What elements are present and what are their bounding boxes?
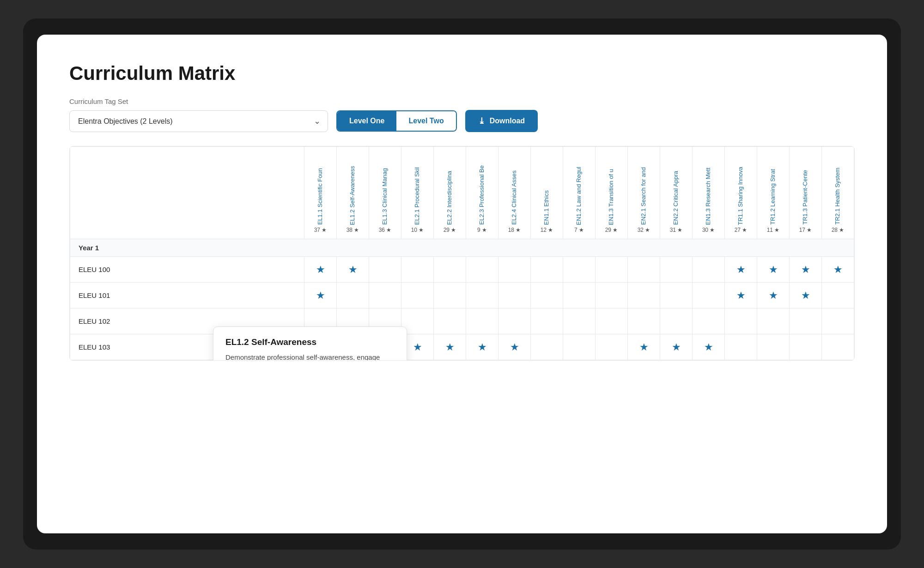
matrix-cell[interactable]: ★	[790, 283, 822, 308]
header-cell-col1[interactable]: EL1.1 Scientific Foun 37 ★	[304, 147, 337, 239]
header-cell-col12[interactable]: EN2.2 Critical Appra 31 ★	[660, 147, 693, 239]
matrix-cell[interactable]	[466, 257, 498, 283]
header-cell-col10[interactable]: EN1.3 Transition of u 29 ★	[596, 147, 628, 239]
star-icon: ★	[704, 341, 713, 353]
matrix-cell[interactable]	[693, 308, 725, 334]
matrix-cell[interactable]	[790, 308, 822, 334]
matrix-cell[interactable]: ★	[304, 283, 337, 308]
header-cell-col5[interactable]: EL2.2 Interdisciplina 29 ★	[434, 147, 466, 239]
star-icon: ★	[833, 264, 843, 275]
matrix-cell[interactable]	[660, 308, 693, 334]
matrix-cell[interactable]: ★	[725, 283, 757, 308]
star-icon: ★	[769, 290, 778, 301]
matrix-cell[interactable]	[596, 283, 628, 308]
level-two-button[interactable]: Level Two	[396, 111, 456, 131]
table-row: ELEU 103★★★★★★★★	[70, 334, 854, 360]
matrix-cell[interactable]	[498, 283, 531, 308]
matrix-cell[interactable]	[434, 283, 466, 308]
matrix-cell[interactable]	[466, 308, 498, 334]
matrix-cell[interactable]: ★	[790, 257, 822, 283]
tag-set-label: Curriculum Tag Set	[69, 97, 855, 105]
matrix-cell[interactable]	[628, 308, 660, 334]
matrix-cell[interactable]: ★	[757, 257, 790, 283]
header-number-col1: 37 ★	[314, 227, 327, 233]
header-label-col7: EL2.4 Clinical Asses	[511, 170, 518, 225]
matrix-cell[interactable]: ★	[498, 334, 531, 360]
matrix-cell[interactable]	[822, 308, 854, 334]
matrix-cell[interactable]	[628, 283, 660, 308]
star-icon: ★	[445, 341, 455, 353]
header-cell-col8[interactable]: EN1.1 Ethics 12 ★	[531, 147, 563, 239]
header-label-col13: EN1.3 Research Mett	[705, 168, 712, 225]
header-cell-col17[interactable]: TR2.1 Health System 28 ★	[822, 147, 854, 239]
curriculum-tag-select[interactable]: Elentra Objectives (2 Levels)	[69, 110, 328, 132]
star-icon: ★	[510, 341, 519, 353]
matrix-cell[interactable]	[660, 257, 693, 283]
matrix-cell[interactable]: ★	[725, 257, 757, 283]
matrix-cell[interactable]	[596, 308, 628, 334]
matrix-cell[interactable]	[693, 257, 725, 283]
matrix-cell[interactable]	[337, 283, 369, 308]
matrix-cell[interactable]	[531, 283, 563, 308]
matrix-cell[interactable]	[596, 334, 628, 360]
level-one-button[interactable]: Level One	[337, 111, 396, 131]
matrix-cell[interactable]	[466, 283, 498, 308]
matrix-cell[interactable]	[563, 283, 596, 308]
matrix-cell[interactable]: ★	[693, 334, 725, 360]
matrix-cell[interactable]	[563, 334, 596, 360]
header-label-col17: TR2.1 Health System	[834, 168, 842, 225]
header-cell-col13[interactable]: EN1.3 Research Mett 30 ★	[693, 147, 725, 239]
matrix-cell[interactable]	[434, 257, 466, 283]
matrix-cell[interactable]	[401, 283, 434, 308]
header-cell-col9[interactable]: EN1.2 Law and Regul 7 ★	[563, 147, 596, 239]
matrix-cell[interactable]: ★	[628, 334, 660, 360]
matrix-cell[interactable]: ★	[466, 334, 498, 360]
header-cell-col7[interactable]: EL2.4 Clinical Asses 18 ★	[498, 147, 531, 239]
matrix-cell[interactable]	[563, 257, 596, 283]
matrix-cell[interactable]	[498, 308, 531, 334]
matrix-cell[interactable]	[498, 257, 531, 283]
matrix-cell[interactable]	[369, 283, 401, 308]
matrix-cell[interactable]	[693, 283, 725, 308]
header-cell-col4[interactable]: EL2.1 Procedural Skil 10 ★	[401, 147, 434, 239]
matrix-cell[interactable]: ★	[304, 257, 337, 283]
matrix-cell[interactable]	[628, 257, 660, 283]
header-cell-col2[interactable]: EL1.2 Self-Awareness 38 ★	[337, 147, 369, 239]
matrix-cell[interactable]	[660, 283, 693, 308]
matrix-cell[interactable]	[434, 308, 466, 334]
matrix-cell[interactable]	[725, 308, 757, 334]
star-icon: ★	[348, 264, 358, 275]
matrix-cell[interactable]	[790, 334, 822, 360]
matrix-cell[interactable]	[531, 334, 563, 360]
matrix-cell[interactable]	[531, 257, 563, 283]
matrix-cell[interactable]	[725, 334, 757, 360]
table-row: ELEU 100★★★★★★	[70, 257, 854, 283]
table-row: ELEU 102	[70, 308, 854, 334]
matrix-cell[interactable]	[596, 257, 628, 283]
matrix-cell[interactable]	[757, 334, 790, 360]
matrix-cell[interactable]: ★	[757, 283, 790, 308]
header-cell-col11[interactable]: EN2.1 Search for and 32 ★	[628, 147, 660, 239]
header-cell-col6[interactable]: EL2.3 Professional Be 9 ★	[466, 147, 498, 239]
header-cell-col15[interactable]: TR1.2 Learning Strat 11 ★	[757, 147, 790, 239]
matrix-cell[interactable]: ★	[660, 334, 693, 360]
matrix-cell[interactable]	[369, 257, 401, 283]
matrix-cell[interactable]: ★	[822, 257, 854, 283]
matrix-cell[interactable]	[563, 308, 596, 334]
matrix-cell[interactable]	[757, 308, 790, 334]
header-cell-col3[interactable]: EL1.3 Clinical Manag 36 ★	[369, 147, 401, 239]
header-cell-col16[interactable]: TR1.3 Patient-Cente 17 ★	[790, 147, 822, 239]
header-number-col10: 29 ★	[605, 227, 618, 233]
matrix-cell[interactable]	[822, 334, 854, 360]
header-number-col16: 17 ★	[799, 227, 812, 233]
matrix-cell[interactable]	[531, 308, 563, 334]
header-cell-col14[interactable]: TR1.1 Sharing Innova 27 ★	[725, 147, 757, 239]
download-button[interactable]: ⤓ Download	[465, 110, 538, 132]
corner-cell	[70, 147, 304, 239]
matrix-cell[interactable]: ★	[337, 257, 369, 283]
matrix-cell[interactable]	[822, 283, 854, 308]
star-icon: ★	[316, 264, 325, 275]
matrix-cell[interactable]	[401, 257, 434, 283]
matrix-cell[interactable]: ★	[434, 334, 466, 360]
matrix-wrapper: EL1.1 Scientific Foun 37 ★ EL1.2 Self-Aw…	[69, 146, 855, 361]
